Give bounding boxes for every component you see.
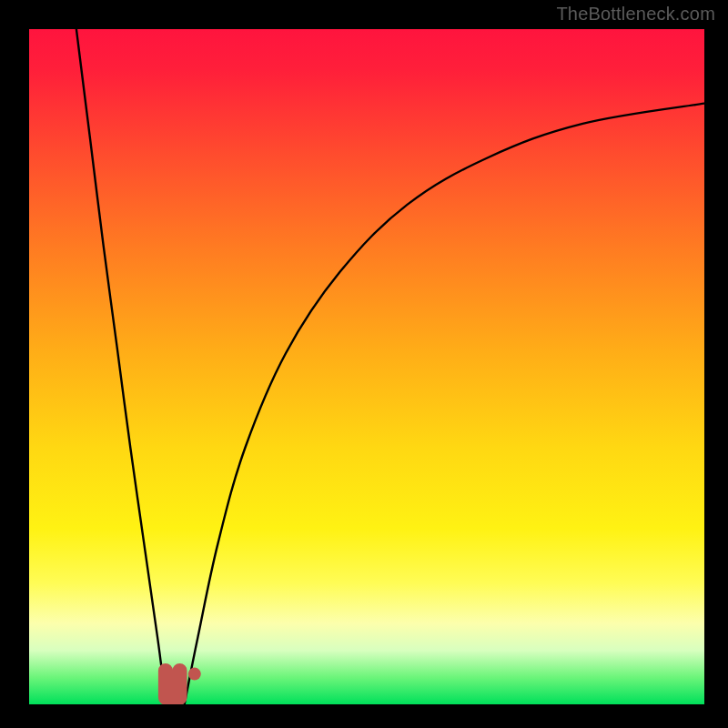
chart-frame: TheBottleneck.com [0,0,728,728]
bottleneck-marker [166,671,180,698]
watermark-text: TheBottleneck.com [556,4,715,25]
bottleneck-marker-dot [188,668,201,681]
left-curve [76,29,171,704]
right-curve [185,104,704,704]
plot-area [29,29,704,704]
curves-layer [29,29,704,704]
